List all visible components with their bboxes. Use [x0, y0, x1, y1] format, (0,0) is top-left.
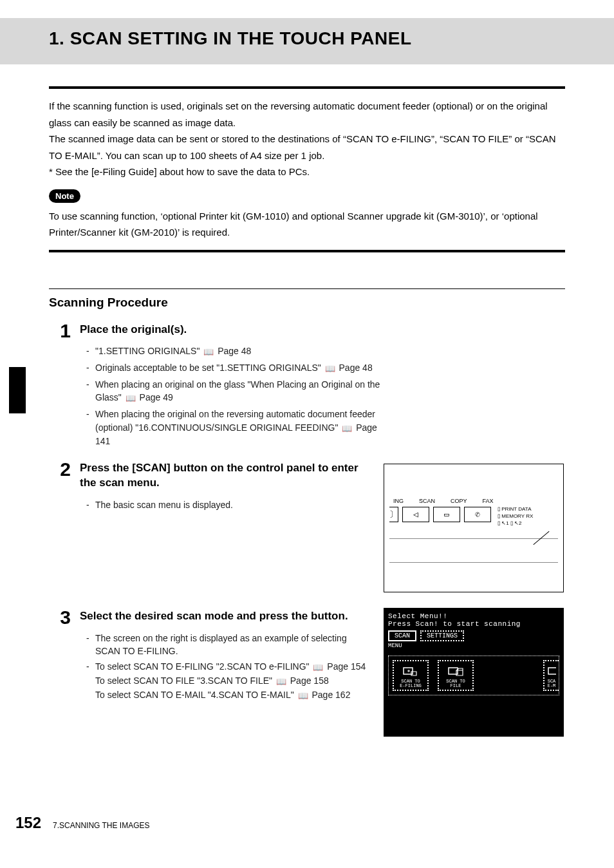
- section-rule: [49, 288, 565, 289]
- book-icon: 📖: [340, 423, 353, 435]
- rule-bottom: [49, 250, 565, 252]
- s1-b4: When placing the original on the reversi…: [86, 408, 389, 448]
- step-3-bullets: The screen on the right is displayed as …: [80, 632, 371, 703]
- panel2-tabbar: SCAN SETTINGS: [388, 630, 559, 641]
- panel-btn-copy: ▭: [433, 507, 460, 522]
- touch-panel-illustration: Select Menu!! Press Scan! to start scann…: [384, 608, 564, 737]
- s1-b1: "1.SETTING ORIGINALS" 📖 Page 48: [86, 344, 389, 359]
- intro-p1: If the scanning function is used, origin…: [49, 98, 565, 131]
- step-3-row: 3 Select the desired scan mode and press…: [49, 608, 565, 737]
- tab-settings: SETTINGS: [420, 630, 464, 641]
- intro-p2: The scanned image data can be sent or st…: [49, 131, 565, 164]
- chapter-label: 7.SCANNING THE IMAGES: [53, 821, 149, 830]
- step-2-title: Press the [SCAN] button on the control p…: [80, 461, 371, 491]
- step-3-title: Select the desired scan mode and press t…: [80, 609, 371, 624]
- panel-label-fax: FAX: [483, 498, 494, 504]
- page-title: 1. SCAN SETTING IN THE TOUCH PANEL: [49, 28, 600, 49]
- note-pill: Note: [49, 189, 80, 203]
- s1-b3: When placing an original on the glass "W…: [86, 378, 389, 405]
- icon-scan-to-efiling: SCAN TOE-FILING: [393, 660, 429, 691]
- page-number: 152: [15, 814, 41, 832]
- step-1-number: 1: [55, 321, 71, 341]
- icon-scan-to-email-cut: SCAE-M: [543, 660, 559, 691]
- panel-side-labels: ▯ PRINT DATA ▯ MEMORY RX ▯ ↖1 ▯ ↖2: [495, 505, 533, 527]
- intro-block: If the scanning function is used, origin…: [49, 98, 565, 180]
- side-thumb-tab: [9, 367, 26, 413]
- step-1-bullets: "1.SETTING ORIGINALS" 📖 Page 48 Original…: [80, 344, 389, 448]
- book-icon: 📖: [275, 676, 288, 688]
- icon-scan-to-file: SCAN TOFILE: [438, 660, 474, 691]
- svg-rect-2: [548, 668, 556, 674]
- scan-icon-row: SCAN TOE-FILING SCAN TOFILE SCAE-M: [388, 656, 559, 695]
- panel2-menu: MENU: [388, 643, 559, 649]
- panel-btn-scan: ◁: [402, 507, 429, 522]
- panel-label-scan: SCAN: [419, 498, 435, 504]
- book-icon: 📖: [297, 690, 310, 703]
- step-2-row: 2 Press the [SCAN] button on the control…: [49, 460, 565, 592]
- step-3-number: 3: [55, 608, 71, 705]
- panel-label-ing: ING: [393, 498, 404, 504]
- step-1-title: Place the original(s).: [80, 323, 389, 337]
- panel-btn-fax: ✆: [464, 507, 491, 522]
- panel2-line2: Press Scan! to start scanning: [388, 620, 559, 628]
- step-2-number: 2: [55, 460, 71, 514]
- note-text: To use scanning function, ‘optional Prin…: [49, 208, 565, 241]
- section-title: Scanning Procedure: [49, 296, 565, 310]
- panel2-line1: Select Menu!!: [388, 612, 559, 620]
- step-1: 1 Place the original(s). "1.SETTING ORIG…: [49, 321, 565, 451]
- step-2-bullets: The basic scan menu is displayed.: [80, 498, 371, 511]
- tab-scan: SCAN: [388, 630, 416, 641]
- control-panel-illustration: ING SCAN COPY FAX 〕 ◁ ▭ ✆ ▯ PRINT DATA ▯…: [384, 464, 564, 592]
- book-icon: 📖: [324, 363, 337, 375]
- panel-label-copy: COPY: [451, 498, 467, 504]
- book-icon: 📖: [312, 662, 324, 674]
- page-footer: 152 7.SCANNING THE IMAGES: [15, 814, 150, 832]
- book-icon: 📖: [124, 393, 137, 405]
- rule-top: [49, 86, 565, 89]
- s3-b1: The screen on the right is displayed as …: [86, 632, 371, 658]
- intro-p3: * See the [e-Filing Guide] about how to …: [49, 164, 565, 180]
- s1-b2: Originals acceptable to be set "1.SETTIN…: [86, 361, 389, 375]
- book-icon: 📖: [202, 346, 215, 359]
- diagonal-line: [531, 529, 550, 548]
- page-header: 1. SCAN SETTING IN THE TOUCH PANEL: [0, 18, 614, 64]
- panel-btn-partial: 〕: [389, 507, 398, 522]
- s2-b1: The basic scan menu is displayed.: [86, 498, 371, 511]
- s3-b2: To select SCAN TO E-FILING "2.SCAN TO e-…: [86, 660, 371, 703]
